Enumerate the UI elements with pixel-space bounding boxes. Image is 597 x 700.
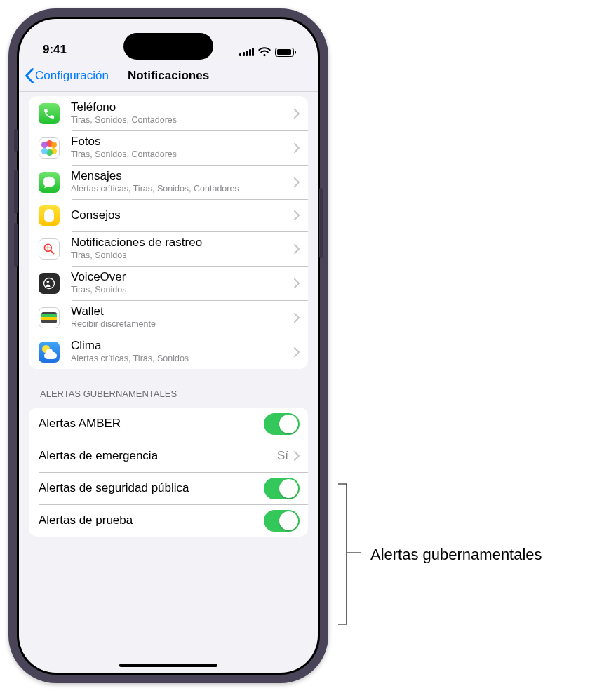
phone-volume-up (14, 170, 18, 213)
app-row-title: Consejos (71, 208, 288, 222)
app-row-mensajes[interactable]: Mensajes Alertas críticas, Tiras, Sonido… (29, 165, 308, 199)
app-row-subtitle: Tiras, Sonidos, Contadores (71, 115, 288, 126)
nav-header: Configuración Notificaciones (19, 60, 318, 92)
callout-label: Alertas gubernamentales (370, 546, 542, 564)
chevron-right-icon (294, 278, 300, 288)
app-row-telefono[interactable]: Teléfono Tiras, Sonidos, Contadores (29, 96, 308, 130)
app-row-title: Teléfono (71, 100, 288, 114)
app-row-subtitle: Tiras, Sonidos (71, 285, 288, 296)
gov-row-emergency[interactable]: Alertas de emergencia Sí (29, 440, 308, 472)
content-scroll[interactable]: Teléfono Tiras, Sonidos, Contadores Foto… (19, 92, 318, 673)
wifi-icon (258, 47, 271, 57)
phone-frame: 9:41 Configuración (8, 8, 328, 683)
app-row-title: Wallet (71, 304, 288, 318)
app-row-title: Clima (71, 339, 288, 353)
chevron-right-icon (294, 177, 300, 187)
toggle-amber[interactable] (264, 413, 300, 435)
app-row-voiceover[interactable]: VoiceOver Tiras, Sonidos (29, 266, 308, 300)
app-row-title: Mensajes (71, 169, 288, 183)
battery-icon (275, 48, 294, 57)
chevron-right-icon (294, 143, 300, 153)
chevron-right-icon (294, 347, 300, 357)
chevron-right-icon (294, 451, 300, 461)
app-row-subtitle: Tiras, Sonidos (71, 250, 288, 262)
app-row-clima[interactable]: Clima Alertas críticas, Tiras, Sonidos (29, 335, 308, 369)
phone-side-button (319, 188, 323, 258)
back-button[interactable]: Configuración (19, 68, 109, 83)
app-notification-list: Teléfono Tiras, Sonidos, Contadores Foto… (29, 96, 308, 369)
callout-bracket (337, 483, 368, 626)
phone-volume-down (14, 223, 18, 267)
gov-alerts-group: Alertas AMBER Alertas de emergencia Sí (29, 408, 308, 537)
cellular-icon (239, 48, 254, 56)
app-row-subtitle: Recibir discretamente (71, 319, 288, 330)
app-row-subtitle: Tiras, Sonidos, Contadores (71, 149, 288, 161)
gov-row-label: Alertas AMBER (39, 417, 264, 431)
phone-mute-switch (14, 129, 18, 152)
gov-row-value: Sí (277, 449, 288, 463)
voiceover-app-icon (39, 273, 60, 294)
gov-row-label: Alertas de seguridad pública (39, 481, 264, 495)
app-row-wallet[interactable]: Wallet Recibir discretamente (29, 300, 308, 335)
gov-row-label: Alertas de prueba (39, 513, 264, 527)
status-time: 9:41 (43, 43, 67, 57)
app-row-subtitle: Alertas críticas, Tiras, Sonidos, Contad… (71, 184, 288, 195)
chevron-right-icon (294, 109, 300, 119)
screen: 9:41 Configuración (19, 19, 318, 673)
app-row-title: Notificaciones de rastreo (71, 236, 288, 250)
app-row-rastreo[interactable]: Notificaciones de rastreo Tiras, Sonidos (29, 231, 308, 266)
toggle-public-safety[interactable] (264, 478, 300, 499)
tracking-app-icon (39, 238, 60, 260)
gov-row-amber: Alertas AMBER (29, 408, 308, 440)
chevron-left-icon (25, 68, 34, 83)
chevron-right-icon (294, 210, 300, 220)
svg-point-5 (47, 280, 50, 283)
svg-point-4 (44, 278, 55, 288)
wallet-app-icon (39, 307, 60, 328)
section-header-gov: Alertas gubernamentales (29, 389, 308, 403)
gov-row-label: Alertas de emergencia (39, 449, 271, 463)
back-label: Configuración (35, 69, 109, 83)
chevron-right-icon (294, 244, 300, 254)
app-row-title: VoiceOver (71, 270, 288, 284)
weather-app-icon (39, 342, 60, 363)
dynamic-island (123, 33, 213, 60)
gov-row-public-safety: Alertas de seguridad pública (29, 472, 308, 504)
messages-app-icon (39, 172, 60, 193)
app-row-consejos[interactable]: Consejos (29, 199, 308, 231)
toggle-test[interactable] (264, 510, 300, 532)
app-row-fotos[interactable]: Fotos Tiras, Sonidos, Contadores (29, 130, 308, 165)
tips-app-icon (39, 205, 60, 226)
phone-app-icon (39, 103, 60, 124)
photos-app-icon (39, 137, 60, 159)
app-row-subtitle: Alertas críticas, Tiras, Sonidos (71, 354, 288, 365)
svg-line-1 (51, 250, 54, 254)
chevron-right-icon (294, 313, 300, 323)
home-indicator[interactable] (119, 664, 217, 667)
app-row-title: Fotos (71, 135, 288, 149)
gov-row-test: Alertas de prueba (29, 504, 308, 537)
